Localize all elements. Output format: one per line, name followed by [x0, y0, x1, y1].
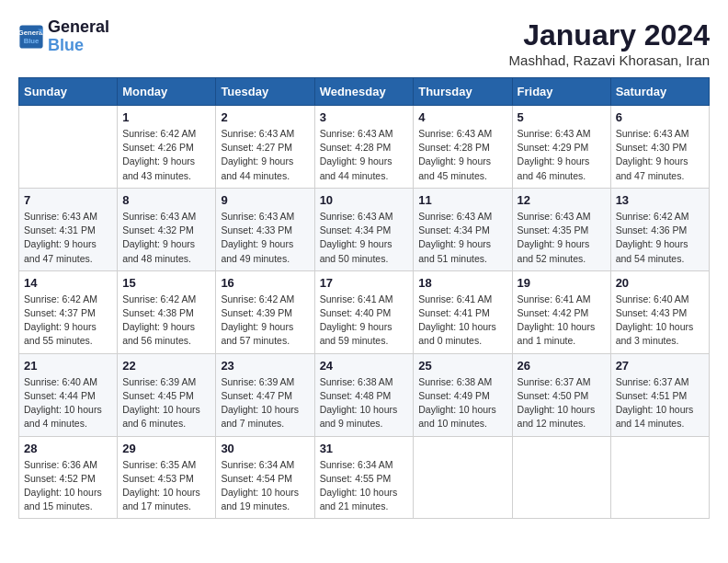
day-detail: Sunrise: 6:41 AMSunset: 4:40 PMDaylight:… [320, 293, 409, 349]
page-header: General Blue GeneralBlue January 2024 Ma… [18, 18, 710, 68]
calendar-cell: 15Sunrise: 6:42 AMSunset: 4:38 PMDayligh… [118, 270, 216, 353]
title-area: January 2024 Mashhad, Razavi Khorasan, I… [509, 18, 710, 68]
day-number: 17 [320, 276, 409, 290]
calendar-body: 1Sunrise: 6:42 AMSunset: 4:26 PMDaylight… [19, 106, 710, 519]
calendar-cell [512, 436, 610, 519]
calendar-cell: 6Sunrise: 6:43 AMSunset: 4:30 PMDaylight… [610, 106, 709, 189]
day-number: 28 [24, 442, 112, 455]
weekday-header: Tuesday [216, 78, 314, 106]
day-number: 21 [24, 359, 112, 373]
day-number: 5 [518, 110, 606, 124]
day-detail: Sunrise: 6:43 AMSunset: 4:27 PMDaylight:… [221, 127, 309, 183]
day-detail: Sunrise: 6:38 AMSunset: 4:48 PMDaylight:… [320, 375, 409, 431]
day-detail: Sunrise: 6:43 AMSunset: 4:28 PMDaylight:… [418, 127, 506, 183]
calendar-week-row: 21Sunrise: 6:40 AMSunset: 4:44 PMDayligh… [19, 353, 710, 436]
calendar-cell: 27Sunrise: 6:37 AMSunset: 4:51 PMDayligh… [610, 353, 709, 436]
calendar-cell: 20Sunrise: 6:40 AMSunset: 4:43 PMDayligh… [610, 270, 709, 353]
weekday-header: Sunday [19, 78, 118, 106]
svg-text:Blue: Blue [24, 37, 40, 45]
day-number: 4 [418, 110, 506, 124]
calendar-cell: 17Sunrise: 6:41 AMSunset: 4:40 PMDayligh… [314, 270, 414, 353]
day-detail: Sunrise: 6:40 AMSunset: 4:43 PMDaylight:… [616, 293, 704, 349]
calendar-cell: 31Sunrise: 6:34 AMSunset: 4:55 PMDayligh… [314, 436, 414, 519]
calendar-cell: 29Sunrise: 6:35 AMSunset: 4:53 PMDayligh… [118, 436, 216, 519]
calendar-cell [19, 106, 118, 189]
calendar-cell: 5Sunrise: 6:43 AMSunset: 4:29 PMDaylight… [512, 106, 610, 189]
day-detail: Sunrise: 6:43 AMSunset: 4:28 PMDaylight:… [320, 127, 409, 183]
day-number: 12 [518, 193, 606, 207]
weekday-header: Monday [118, 78, 216, 106]
calendar-week-row: 14Sunrise: 6:42 AMSunset: 4:37 PMDayligh… [19, 270, 710, 353]
logo-text: GeneralBlue [48, 18, 109, 55]
day-number: 30 [221, 442, 309, 455]
calendar-cell: 8Sunrise: 6:43 AMSunset: 4:32 PMDaylight… [118, 188, 216, 270]
day-detail: Sunrise: 6:39 AMSunset: 4:45 PMDaylight:… [122, 375, 210, 431]
day-number: 7 [24, 193, 112, 207]
day-detail: Sunrise: 6:41 AMSunset: 4:41 PMDaylight:… [418, 293, 506, 349]
day-number: 18 [418, 276, 506, 290]
calendar-cell: 10Sunrise: 6:43 AMSunset: 4:34 PMDayligh… [314, 188, 414, 270]
weekday-header: Wednesday [314, 78, 414, 106]
day-detail: Sunrise: 6:34 AMSunset: 4:55 PMDaylight:… [320, 458, 409, 514]
header-row: SundayMondayTuesdayWednesdayThursdayFrid… [19, 78, 710, 106]
calendar-cell: 11Sunrise: 6:43 AMSunset: 4:34 PMDayligh… [414, 188, 512, 270]
day-number: 8 [122, 193, 210, 207]
calendar-cell: 7Sunrise: 6:43 AMSunset: 4:31 PMDaylight… [19, 188, 118, 270]
calendar-cell: 19Sunrise: 6:41 AMSunset: 4:42 PMDayligh… [512, 270, 610, 353]
calendar-cell: 28Sunrise: 6:36 AMSunset: 4:52 PMDayligh… [19, 436, 118, 519]
day-detail: Sunrise: 6:39 AMSunset: 4:47 PMDaylight:… [221, 375, 309, 431]
calendar-cell [610, 436, 709, 519]
calendar-cell: 21Sunrise: 6:40 AMSunset: 4:44 PMDayligh… [19, 353, 118, 436]
calendar-cell: 24Sunrise: 6:38 AMSunset: 4:48 PMDayligh… [314, 353, 414, 436]
day-number: 6 [616, 110, 704, 124]
day-number: 25 [418, 359, 506, 373]
day-detail: Sunrise: 6:38 AMSunset: 4:49 PMDaylight:… [418, 375, 506, 431]
calendar-table: SundayMondayTuesdayWednesdayThursdayFrid… [18, 77, 710, 519]
calendar-cell: 9Sunrise: 6:43 AMSunset: 4:33 PMDaylight… [216, 188, 314, 270]
calendar-week-row: 28Sunrise: 6:36 AMSunset: 4:52 PMDayligh… [19, 436, 710, 519]
day-detail: Sunrise: 6:42 AMSunset: 4:39 PMDaylight:… [221, 293, 309, 349]
day-number: 19 [518, 276, 606, 290]
calendar-cell: 4Sunrise: 6:43 AMSunset: 4:28 PMDaylight… [414, 106, 512, 189]
day-detail: Sunrise: 6:42 AMSunset: 4:36 PMDaylight:… [616, 210, 704, 266]
day-detail: Sunrise: 6:41 AMSunset: 4:42 PMDaylight:… [518, 293, 606, 349]
day-number: 31 [320, 442, 409, 455]
day-detail: Sunrise: 6:35 AMSunset: 4:53 PMDaylight:… [122, 458, 210, 514]
calendar-header: SundayMondayTuesdayWednesdayThursdayFrid… [19, 78, 710, 106]
day-detail: Sunrise: 6:43 AMSunset: 4:35 PMDaylight:… [518, 210, 606, 266]
calendar-cell: 23Sunrise: 6:39 AMSunset: 4:47 PMDayligh… [216, 353, 314, 436]
location-title: Mashhad, Razavi Khorasan, Iran [509, 52, 710, 68]
day-detail: Sunrise: 6:42 AMSunset: 4:37 PMDaylight:… [24, 293, 112, 349]
day-detail: Sunrise: 6:43 AMSunset: 4:31 PMDaylight:… [24, 210, 112, 266]
day-detail: Sunrise: 6:43 AMSunset: 4:32 PMDaylight:… [122, 210, 210, 266]
day-number: 16 [221, 276, 309, 290]
day-number: 11 [418, 193, 506, 207]
logo: General Blue GeneralBlue [18, 18, 109, 55]
logo-icon: General Blue [18, 24, 44, 50]
calendar-cell: 18Sunrise: 6:41 AMSunset: 4:41 PMDayligh… [414, 270, 512, 353]
day-detail: Sunrise: 6:34 AMSunset: 4:54 PMDaylight:… [221, 458, 309, 514]
calendar-cell: 1Sunrise: 6:42 AMSunset: 4:26 PMDaylight… [118, 106, 216, 189]
day-number: 10 [320, 193, 409, 207]
day-detail: Sunrise: 6:43 AMSunset: 4:34 PMDaylight:… [418, 210, 506, 266]
day-detail: Sunrise: 6:43 AMSunset: 4:33 PMDaylight:… [221, 210, 309, 266]
day-number: 13 [616, 193, 704, 207]
day-number: 2 [221, 110, 309, 124]
calendar-cell: 16Sunrise: 6:42 AMSunset: 4:39 PMDayligh… [216, 270, 314, 353]
day-detail: Sunrise: 6:43 AMSunset: 4:29 PMDaylight:… [518, 127, 606, 183]
day-detail: Sunrise: 6:42 AMSunset: 4:38 PMDaylight:… [122, 293, 210, 349]
day-detail: Sunrise: 6:43 AMSunset: 4:30 PMDaylight:… [616, 127, 704, 183]
calendar-cell: 14Sunrise: 6:42 AMSunset: 4:37 PMDayligh… [19, 270, 118, 353]
day-number: 20 [616, 276, 704, 290]
calendar-cell: 25Sunrise: 6:38 AMSunset: 4:49 PMDayligh… [414, 353, 512, 436]
calendar-week-row: 7Sunrise: 6:43 AMSunset: 4:31 PMDaylight… [19, 188, 710, 270]
day-detail: Sunrise: 6:36 AMSunset: 4:52 PMDaylight:… [24, 458, 112, 514]
calendar-cell: 22Sunrise: 6:39 AMSunset: 4:45 PMDayligh… [118, 353, 216, 436]
day-number: 22 [122, 359, 210, 373]
day-number: 1 [122, 110, 210, 124]
calendar-week-row: 1Sunrise: 6:42 AMSunset: 4:26 PMDaylight… [19, 106, 710, 189]
calendar-cell: 2Sunrise: 6:43 AMSunset: 4:27 PMDaylight… [216, 106, 314, 189]
weekday-header: Friday [512, 78, 610, 106]
month-title: January 2024 [509, 18, 710, 52]
calendar-cell [414, 436, 512, 519]
